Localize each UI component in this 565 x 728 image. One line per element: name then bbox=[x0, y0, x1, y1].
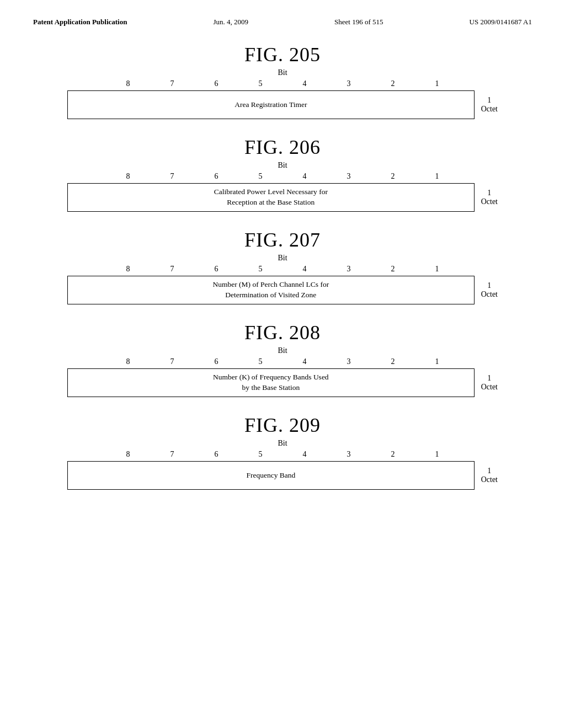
octet-label-2: 1Octet bbox=[481, 189, 498, 206]
fig-title-2: FIG. 206 bbox=[44, 136, 521, 159]
publication-label: Patent Application Publication bbox=[33, 18, 127, 26]
octet-text: Octet bbox=[481, 197, 498, 206]
table-row-5: Frequency Band1Octet bbox=[67, 461, 498, 490]
data-cell-2: Calibrated Power Level Necessary forRece… bbox=[67, 183, 475, 212]
bit-numbers-4: 87654321 bbox=[100, 357, 465, 366]
octet-number: 1 bbox=[487, 189, 491, 197]
bit-number: 2 bbox=[382, 357, 404, 366]
bit-number: 1 bbox=[426, 79, 448, 88]
bit-numbers-5: 87654321 bbox=[100, 450, 465, 459]
bit-numbers-2: 87654321 bbox=[100, 172, 465, 181]
bit-number: 6 bbox=[205, 79, 227, 88]
bit-numbers-3: 87654321 bbox=[100, 265, 465, 274]
bit-number: 3 bbox=[338, 357, 360, 366]
bit-number: 7 bbox=[161, 265, 183, 274]
bit-label-1: Bit bbox=[44, 68, 521, 77]
data-cell-5: Frequency Band bbox=[67, 461, 475, 490]
octet-text: Octet bbox=[481, 105, 498, 114]
bit-numbers-1: 87654321 bbox=[100, 79, 465, 88]
bit-number: 4 bbox=[294, 450, 316, 459]
table-row-2: Calibrated Power Level Necessary forRece… bbox=[67, 183, 498, 212]
fig-title-1: FIG. 205 bbox=[44, 43, 521, 66]
figure-section-3: FIG. 207Bit87654321Number (M) of Perch C… bbox=[44, 228, 521, 304]
fig-title-4: FIG. 208 bbox=[44, 321, 521, 344]
bit-number: 6 bbox=[205, 172, 227, 181]
bit-number: 6 bbox=[205, 450, 227, 459]
bit-number: 1 bbox=[426, 450, 448, 459]
bit-label-5: Bit bbox=[44, 439, 521, 448]
bit-number: 3 bbox=[338, 450, 360, 459]
table-row-1: Area Registration Timer1Octet bbox=[67, 90, 498, 119]
bit-number: 4 bbox=[294, 172, 316, 181]
bit-number: 7 bbox=[161, 357, 183, 366]
figure-section-1: FIG. 205Bit87654321Area Registration Tim… bbox=[44, 43, 521, 119]
table-row-4: Number (K) of Frequency Bands Usedby the… bbox=[67, 368, 498, 397]
bit-number: 8 bbox=[117, 450, 139, 459]
bit-number: 1 bbox=[426, 172, 448, 181]
table-row-3: Number (M) of Perch Channel LCs forDeter… bbox=[67, 276, 498, 304]
bit-number: 4 bbox=[294, 265, 316, 274]
bit-number: 5 bbox=[249, 450, 271, 459]
bit-number: 4 bbox=[294, 357, 316, 366]
bit-number: 5 bbox=[249, 357, 271, 366]
bit-number: 7 bbox=[161, 79, 183, 88]
bit-number: 2 bbox=[382, 450, 404, 459]
bit-number: 8 bbox=[117, 172, 139, 181]
bit-label-3: Bit bbox=[44, 254, 521, 263]
bit-number: 8 bbox=[117, 79, 139, 88]
octet-number: 1 bbox=[487, 96, 491, 105]
bit-number: 2 bbox=[382, 265, 404, 274]
bit-number: 5 bbox=[249, 172, 271, 181]
fig-title-5: FIG. 209 bbox=[44, 414, 521, 437]
bit-number: 7 bbox=[161, 172, 183, 181]
page-content: FIG. 205Bit87654321Area Registration Tim… bbox=[0, 32, 565, 517]
bit-number: 3 bbox=[338, 172, 360, 181]
octet-label-3: 1Octet bbox=[481, 281, 498, 299]
octet-label-4: 1Octet bbox=[481, 374, 498, 392]
bit-number: 6 bbox=[205, 265, 227, 274]
figure-section-4: FIG. 208Bit87654321Number (K) of Frequen… bbox=[44, 321, 521, 397]
octet-label-1: 1Octet bbox=[481, 96, 498, 114]
bit-number: 6 bbox=[205, 357, 227, 366]
bit-number: 2 bbox=[382, 79, 404, 88]
bit-number: 7 bbox=[161, 450, 183, 459]
bit-number: 1 bbox=[426, 357, 448, 366]
bit-number: 4 bbox=[294, 79, 316, 88]
bit-number: 8 bbox=[117, 357, 139, 366]
fig-title-3: FIG. 207 bbox=[44, 228, 521, 251]
sheet-info: Sheet 196 of 515 bbox=[334, 18, 383, 26]
data-cell-3: Number (M) of Perch Channel LCs forDeter… bbox=[67, 276, 475, 304]
publication-date: Jun. 4, 2009 bbox=[214, 18, 249, 26]
data-cell-1: Area Registration Timer bbox=[67, 90, 475, 119]
octet-number: 1 bbox=[487, 467, 491, 475]
octet-text: Octet bbox=[481, 290, 498, 299]
bit-number: 3 bbox=[338, 265, 360, 274]
bit-number: 1 bbox=[426, 265, 448, 274]
octet-text: Octet bbox=[481, 383, 498, 392]
doc-number: US 2009/0141687 A1 bbox=[470, 18, 532, 26]
bit-number: 5 bbox=[249, 265, 271, 274]
bit-number: 3 bbox=[338, 79, 360, 88]
figure-section-5: FIG. 209Bit87654321Frequency Band1Octet bbox=[44, 414, 521, 490]
octet-label-5: 1Octet bbox=[481, 467, 498, 484]
bit-number: 8 bbox=[117, 265, 139, 274]
octet-number: 1 bbox=[487, 374, 491, 383]
data-cell-4: Number (K) of Frequency Bands Usedby the… bbox=[67, 368, 475, 397]
octet-number: 1 bbox=[487, 281, 491, 290]
octet-text: Octet bbox=[481, 475, 498, 484]
bit-label-2: Bit bbox=[44, 161, 521, 170]
page-header: Patent Application Publication Jun. 4, 2… bbox=[0, 0, 565, 32]
bit-number: 2 bbox=[382, 172, 404, 181]
bit-number: 5 bbox=[249, 79, 271, 88]
bit-label-4: Bit bbox=[44, 346, 521, 355]
figure-section-2: FIG. 206Bit87654321Calibrated Power Leve… bbox=[44, 136, 521, 212]
